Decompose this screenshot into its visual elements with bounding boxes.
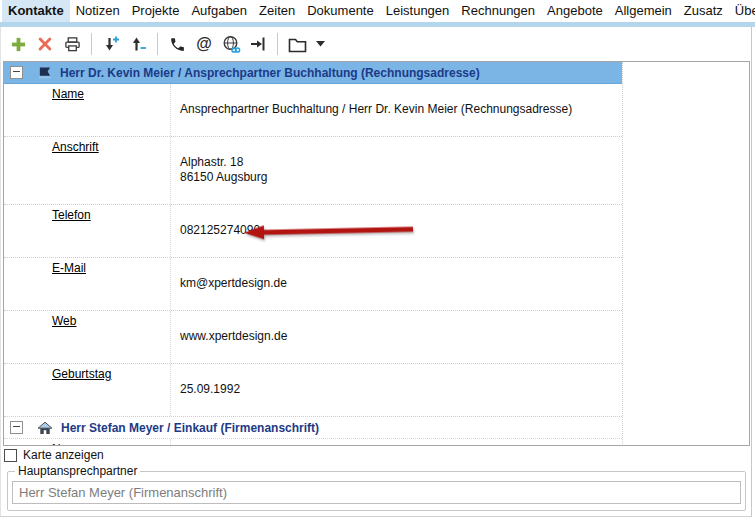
contact-field-row: Telefon 082125274090 xyxy=(4,205,622,258)
field-value-cell: km@xpertdesign.de xyxy=(171,258,622,310)
call-button[interactable] xyxy=(167,34,187,54)
tab-rechnungen[interactable]: Rechnungen xyxy=(455,0,541,22)
add-contact-button[interactable] xyxy=(8,34,28,54)
contact-group-header[interactable]: Herr Stefan Meyer / Einkauf (Firmenansch… xyxy=(4,417,622,439)
field-label-link[interactable]: Telefon xyxy=(52,208,91,222)
field-label-link[interactable]: Name xyxy=(52,442,84,446)
contact-field-row: Name Einkauf / Herr Stefan Meyer (Firmen… xyxy=(4,439,622,446)
show-map-row: Karte anzeigen xyxy=(4,448,104,462)
field-label-cell: Web xyxy=(4,311,171,363)
tab-leistungen[interactable]: Leistungen xyxy=(380,0,456,22)
arrow-up-remove-icon xyxy=(129,35,147,53)
show-map-label: Karte anzeigen xyxy=(23,448,104,462)
contact-field-row: Web www.xpertdesign.de xyxy=(4,311,622,364)
arrow-down-add-icon xyxy=(102,35,120,53)
website-globe-icon xyxy=(222,35,241,54)
folder-icon xyxy=(288,36,307,53)
transfer-icon xyxy=(249,35,267,53)
field-label-cell: E-Mail xyxy=(4,258,171,310)
delete-contact-button[interactable] xyxy=(35,34,55,54)
field-value-cell: 25.09.1992 xyxy=(171,364,622,416)
field-value-cell: www.xpertdesign.de xyxy=(171,311,622,363)
tab-allgemein[interactable]: Allgemein xyxy=(609,0,678,22)
contact-group-title: Herr Dr. Kevin Meier / Ansprechpartner B… xyxy=(60,66,480,80)
tab--bersicht[interactable]: Übersicht xyxy=(729,0,755,22)
field-label-link[interactable]: E-Mail xyxy=(52,261,86,275)
field-label-link[interactable]: Name xyxy=(52,87,84,101)
chevron-down-icon xyxy=(316,41,325,47)
collapse-icon[interactable] xyxy=(10,421,23,434)
field-value: Ansprechpartner Buchhaltung / Herr Dr. K… xyxy=(180,102,572,116)
tab-dokumente[interactable]: Dokumente xyxy=(301,0,379,22)
contacts-panel: Herr Dr. Kevin Meier / Ansprechpartner B… xyxy=(3,61,750,446)
show-map-checkbox[interactable] xyxy=(4,449,17,462)
toolbar-separator xyxy=(277,33,278,55)
field-value-cell: Alphastr. 18 86150 Augsburg xyxy=(171,137,622,204)
field-value-cell: Einkauf / Herr Stefan Meyer (Firmenansch… xyxy=(171,439,622,446)
arrow-down-add-button[interactable] xyxy=(101,34,121,54)
annotation-arrow-icon xyxy=(243,221,415,241)
tab-zeiten[interactable]: Zeiten xyxy=(253,0,301,22)
contact-field-row: Name Ansprechpartner Buchhaltung / Herr … xyxy=(4,84,622,137)
flag-icon xyxy=(37,66,52,79)
delete-icon xyxy=(37,36,53,52)
toolbar-separator xyxy=(157,33,158,55)
arrow-up-remove-button[interactable] xyxy=(128,34,148,54)
phone-icon xyxy=(169,36,186,53)
field-label-cell: Anschrift xyxy=(4,137,171,204)
contact-group-header[interactable]: Herr Dr. Kevin Meier / Ansprechpartner B… xyxy=(4,62,622,84)
folder-button[interactable] xyxy=(287,34,307,54)
contact-field-row: E-Mail km@xpertdesign.de xyxy=(4,258,622,311)
contact-field-row: Anschrift Alphastr. 18 86150 Augsburg xyxy=(4,137,622,205)
toolbar: @ xyxy=(1,27,751,61)
open-website-button[interactable] xyxy=(221,34,241,54)
field-label-cell: Name xyxy=(4,439,171,446)
field-label-cell: Telefon xyxy=(4,205,171,257)
field-label-link[interactable]: Anschrift xyxy=(52,140,99,154)
toolbar-separator xyxy=(91,33,92,55)
main-contact-groupbox: Hauptansprechpartner xyxy=(7,464,746,511)
folder-dropdown-button[interactable] xyxy=(314,34,326,54)
tab-aufgaben[interactable]: Aufgaben xyxy=(185,0,253,22)
contacts-grid: Herr Dr. Kevin Meier / Ansprechpartner B… xyxy=(4,62,623,446)
send-email-button[interactable]: @ xyxy=(194,34,214,54)
main-contact-legend: Hauptansprechpartner xyxy=(15,464,140,478)
field-value: 25.09.1992 xyxy=(180,382,240,396)
tab-bar: KontakteNotizenProjekteAufgabenZeitenDok… xyxy=(0,0,755,22)
field-value-cell: Ansprechpartner Buchhaltung / Herr Dr. K… xyxy=(171,84,622,136)
tab-notizen[interactable]: Notizen xyxy=(70,0,126,22)
print-icon xyxy=(64,36,81,53)
transfer-button[interactable] xyxy=(248,34,268,54)
field-label-link[interactable]: Web xyxy=(52,314,76,328)
home-icon xyxy=(37,421,53,435)
field-label-cell: Geburtstag xyxy=(4,364,171,416)
email-at-icon: @ xyxy=(196,35,212,53)
tab-angebote[interactable]: Angebote xyxy=(541,0,609,22)
tab-projekte[interactable]: Projekte xyxy=(126,0,186,22)
contacts-view: @ Herr Dr. Kevin Meier / Ansprechpartner… xyxy=(0,27,752,517)
field-label-link[interactable]: Geburtstag xyxy=(52,367,111,381)
collapse-icon[interactable] xyxy=(10,66,23,79)
field-value: Alphastr. 18 86150 Augsburg xyxy=(180,155,267,184)
field-value: km@xpertdesign.de xyxy=(180,276,287,290)
contact-group-title: Herr Stefan Meyer / Einkauf (Firmenansch… xyxy=(61,421,319,435)
field-label-cell: Name xyxy=(4,84,171,136)
contact-field-row: Geburtstag 25.09.1992 xyxy=(4,364,622,417)
tab-kontakte[interactable]: Kontakte xyxy=(2,0,70,22)
field-value-cell: 082125274090 xyxy=(171,205,622,257)
tab-zusatz[interactable]: Zusatz xyxy=(678,0,729,22)
add-icon xyxy=(10,36,27,53)
main-contact-input[interactable] xyxy=(12,481,741,504)
print-button[interactable] xyxy=(62,34,82,54)
field-value: www.xpertdesign.de xyxy=(180,329,287,343)
